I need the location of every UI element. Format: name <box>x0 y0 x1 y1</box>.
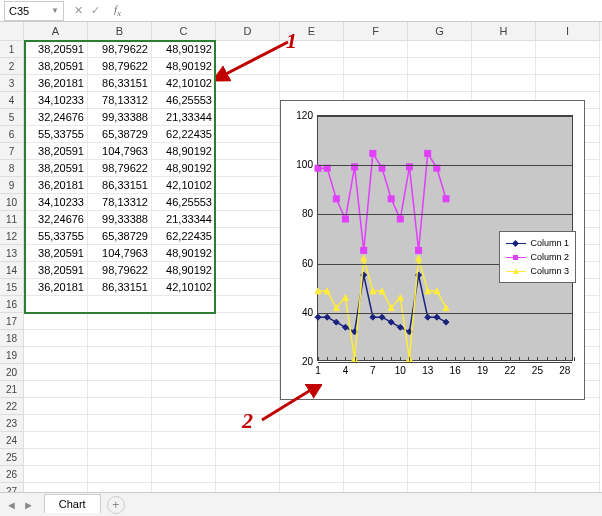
cell[interactable] <box>88 449 152 466</box>
row-header[interactable]: 5 <box>0 109 24 126</box>
cell[interactable]: 48,90192 <box>152 245 216 262</box>
cell[interactable]: 21,33344 <box>152 211 216 228</box>
cell[interactable] <box>536 466 600 483</box>
legend-item[interactable]: Column 2 <box>506 250 569 264</box>
row-header[interactable]: 12 <box>0 228 24 245</box>
cell[interactable] <box>536 415 600 432</box>
cell[interactable] <box>280 432 344 449</box>
cell[interactable]: 32,24676 <box>24 211 88 228</box>
cell[interactable]: 36,20181 <box>24 75 88 92</box>
cell[interactable]: 38,20591 <box>24 41 88 58</box>
cell[interactable]: 38,20591 <box>24 58 88 75</box>
cell[interactable]: 86,33151 <box>88 75 152 92</box>
col-header-D[interactable]: D <box>216 22 280 41</box>
cell[interactable]: 104,7963 <box>88 245 152 262</box>
row-header[interactable]: 26 <box>0 466 24 483</box>
cell[interactable]: 36,20181 <box>24 279 88 296</box>
row-header[interactable]: 21 <box>0 381 24 398</box>
cell[interactable]: 42,10102 <box>152 75 216 92</box>
cell[interactable] <box>152 415 216 432</box>
row-header[interactable]: 2 <box>0 58 24 75</box>
cell[interactable] <box>408 398 472 415</box>
cell[interactable] <box>216 262 280 279</box>
cell[interactable] <box>88 415 152 432</box>
cell[interactable]: 99,33388 <box>88 211 152 228</box>
row-header[interactable]: 20 <box>0 364 24 381</box>
cell[interactable] <box>216 92 280 109</box>
cell[interactable]: 38,20591 <box>24 262 88 279</box>
cell[interactable] <box>24 432 88 449</box>
cell[interactable] <box>24 296 88 313</box>
cell[interactable]: 99,33388 <box>88 109 152 126</box>
cell[interactable] <box>216 177 280 194</box>
row-header[interactable]: 6 <box>0 126 24 143</box>
add-sheet-icon[interactable]: + <box>107 496 125 514</box>
cell[interactable] <box>152 364 216 381</box>
cell[interactable] <box>216 313 280 330</box>
cell[interactable] <box>408 75 472 92</box>
cell[interactable] <box>24 330 88 347</box>
select-all-corner[interactable] <box>0 22 24 41</box>
cell[interactable] <box>216 228 280 245</box>
cell[interactable] <box>152 347 216 364</box>
cancel-icon[interactable]: ✕ <box>74 4 83 17</box>
cell[interactable]: 98,79622 <box>88 58 152 75</box>
check-icon[interactable]: ✓ <box>91 4 100 17</box>
row-header[interactable]: 19 <box>0 347 24 364</box>
row-header[interactable]: 24 <box>0 432 24 449</box>
cell[interactable]: 55,33755 <box>24 126 88 143</box>
cell[interactable]: 36,20181 <box>24 177 88 194</box>
cell[interactable] <box>536 449 600 466</box>
col-header-F[interactable]: F <box>344 22 408 41</box>
cell[interactable]: 48,90192 <box>152 160 216 177</box>
cell[interactable] <box>24 466 88 483</box>
cell[interactable]: 32,24676 <box>24 109 88 126</box>
cell[interactable] <box>216 109 280 126</box>
cell[interactable] <box>216 143 280 160</box>
cell[interactable] <box>408 41 472 58</box>
cell[interactable] <box>216 279 280 296</box>
cell[interactable]: 62,22435 <box>152 126 216 143</box>
cell[interactable]: 34,10233 <box>24 194 88 211</box>
cell[interactable]: 42,10102 <box>152 177 216 194</box>
cell[interactable]: 62,22435 <box>152 228 216 245</box>
cell[interactable] <box>152 296 216 313</box>
col-header-I[interactable]: I <box>536 22 600 41</box>
cell[interactable]: 42,10102 <box>152 279 216 296</box>
cell[interactable] <box>536 58 600 75</box>
embedded-chart[interactable]: 14710131619222528 Column 1Column 2Column… <box>280 100 585 400</box>
col-header-C[interactable]: C <box>152 22 216 41</box>
col-header-H[interactable]: H <box>472 22 536 41</box>
cell[interactable] <box>24 415 88 432</box>
cell[interactable]: 98,79622 <box>88 262 152 279</box>
row-header[interactable]: 8 <box>0 160 24 177</box>
cell[interactable]: 98,79622 <box>88 160 152 177</box>
fx-icon[interactable]: fx <box>114 3 121 18</box>
row-header[interactable]: 7 <box>0 143 24 160</box>
cell[interactable] <box>344 398 408 415</box>
cell[interactable] <box>88 347 152 364</box>
cell[interactable] <box>24 449 88 466</box>
cell[interactable]: 98,79622 <box>88 41 152 58</box>
cell[interactable] <box>536 75 600 92</box>
cell[interactable]: 38,20591 <box>24 143 88 160</box>
cell[interactable] <box>216 211 280 228</box>
cell[interactable] <box>88 381 152 398</box>
cell[interactable] <box>408 58 472 75</box>
col-header-B[interactable]: B <box>88 22 152 41</box>
cell[interactable] <box>408 432 472 449</box>
col-header-A[interactable]: A <box>24 22 88 41</box>
cell[interactable] <box>344 432 408 449</box>
cell[interactable] <box>408 466 472 483</box>
cell[interactable] <box>216 330 280 347</box>
cell[interactable] <box>24 398 88 415</box>
cell[interactable] <box>88 364 152 381</box>
cell[interactable]: 38,20591 <box>24 160 88 177</box>
cell[interactable] <box>152 449 216 466</box>
cell[interactable] <box>408 449 472 466</box>
cell[interactable] <box>152 330 216 347</box>
cell[interactable]: 78,13312 <box>88 194 152 211</box>
cell[interactable]: 48,90192 <box>152 58 216 75</box>
cell[interactable] <box>280 449 344 466</box>
cell[interactable] <box>344 449 408 466</box>
